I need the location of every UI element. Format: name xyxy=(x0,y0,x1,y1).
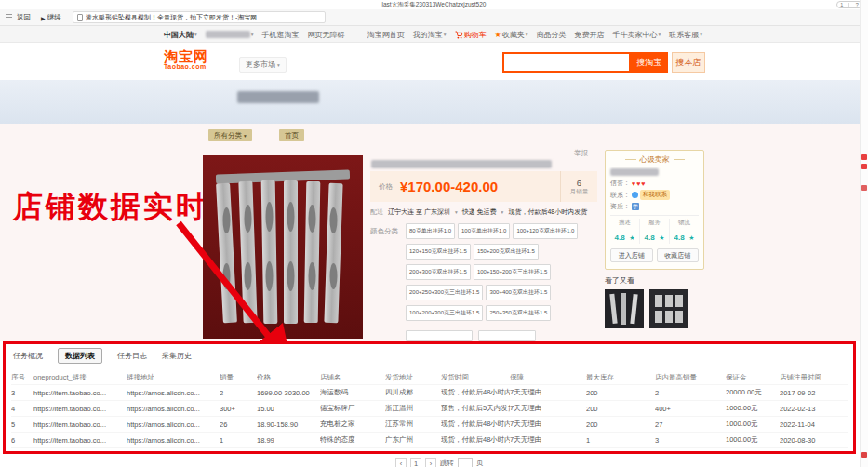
menu-icon[interactable] xyxy=(6,13,12,20)
panel-tab[interactable]: 任务概况 xyxy=(13,351,43,361)
accessibility-link[interactable]: 网页无障碍 xyxy=(308,30,345,40)
customer-service-link[interactable]: 联系客服▾ xyxy=(669,30,702,40)
stock-text: 现货，付款后48小时内发货 xyxy=(508,207,587,217)
my-taobao-link[interactable]: 我的淘宝▾ xyxy=(413,30,447,40)
search-store-button[interactable]: 搜本店 xyxy=(672,52,705,73)
jump-page-input[interactable] xyxy=(458,458,473,467)
table-cell: 现货，付款后48小时内... xyxy=(441,388,510,397)
variant-button[interactable]: 100克单出挂环1.0 xyxy=(458,223,510,239)
variant-button[interactable]: 120+150克双出挂环1.5 xyxy=(406,244,471,260)
contact-me-badge[interactable]: 和我联系 xyxy=(640,190,670,200)
panel-tabs: 任务概况数据列表任务日志采集历史 xyxy=(11,347,848,367)
table-cell: 2022-02-13 xyxy=(780,405,842,413)
save-store-button[interactable]: 收藏店铺 xyxy=(657,248,700,262)
prev-page-button[interactable]: ‹ xyxy=(395,458,407,467)
rating-item: 物流 4.8 ★ xyxy=(670,219,699,244)
window-badge[interactable]: 1 xyxy=(840,2,843,7)
variant-button[interactable]: 200+300克双出挂环1.5 xyxy=(406,264,471,280)
variant-button[interactable]: 80克单出挂环1.0 xyxy=(406,223,455,239)
favorites-link[interactable]: ★ 收藏夹▾ xyxy=(495,30,528,40)
search-input[interactable] xyxy=(502,52,631,73)
panel-tab[interactable]: 任务日志 xyxy=(117,351,147,361)
continue-button[interactable]: ▶ 继续 xyxy=(41,13,61,22)
rating-value: 4.8 xyxy=(615,234,625,242)
variant-button[interactable]: 100+150+200克三出挂环1.5 xyxy=(474,264,551,280)
table-cell: https://amos.alicdn.co... xyxy=(127,405,220,413)
table-column-header: 保证金 xyxy=(726,373,780,382)
panel-tab[interactable]: 采集历史 xyxy=(162,351,192,361)
table-column-header: oneproduct_链接 xyxy=(33,373,127,382)
search-taobao-button[interactable]: 搜淘宝 xyxy=(631,52,668,73)
variant-button-clipped[interactable] xyxy=(478,330,536,341)
table-cell: 现货，付款后48小时内... xyxy=(441,435,510,445)
table-row[interactable]: 4https://item.taobao.co...https://amos.a… xyxy=(11,400,848,416)
shipping-option[interactable]: 快递 免运费 xyxy=(462,207,497,217)
table-cell: 1699.00-3030.00 xyxy=(257,389,320,397)
variant-button[interactable]: 250+350克双出挂环1.5 xyxy=(486,305,551,321)
table-cell: 江苏常州 xyxy=(385,420,441,429)
table-cell: 200 xyxy=(586,405,655,413)
table-column-header: 保障 xyxy=(510,373,586,382)
variant-button[interactable]: 300+400克双出挂环1.5 xyxy=(486,285,551,300)
browser-tab[interactable]: 潜水艇形铅坠模具模制！全量现货，拍下立即发货！-淘宝网 xyxy=(73,11,326,23)
table-cell: 15.00 xyxy=(257,405,320,413)
also-viewed-thumbnail[interactable] xyxy=(649,289,688,328)
table-cell: 4 xyxy=(11,405,33,413)
region-selector[interactable]: 中国大陆▾ xyxy=(164,30,197,40)
enter-store-button[interactable]: 进入店铺 xyxy=(610,248,653,262)
contact-row: 联系： 和我联系 xyxy=(610,190,699,200)
table-cell: 德宝标牌厂 xyxy=(320,404,385,413)
table-cell: 预售，付款后5天内发货 xyxy=(441,404,510,413)
product-image[interactable] xyxy=(203,155,363,339)
cart-icon xyxy=(455,31,463,39)
sidebar-icon[interactable] xyxy=(861,154,867,160)
taobao-home-link[interactable]: 淘宝网首页 xyxy=(367,30,405,40)
more-markets-button[interactable]: 更多市场▾ xyxy=(239,57,287,73)
cart-link[interactable]: 购物车 xyxy=(455,30,487,40)
panel-tab[interactable]: 数据列表 xyxy=(58,348,102,364)
chevron-down-icon: ▾ xyxy=(277,62,280,68)
sidebar-icon[interactable] xyxy=(861,164,867,169)
delivery-route[interactable]: 辽宁大连 至 广东深圳 xyxy=(388,207,450,217)
open-shop-link[interactable]: 免费开店 xyxy=(574,30,604,40)
table-row[interactable]: 3https://item.taobao.co...https://amos.a… xyxy=(11,384,848,400)
store-home-button[interactable]: 首页 xyxy=(279,129,304,141)
table-cell: 6 xyxy=(11,436,33,445)
chevron-down-icon: ▾ xyxy=(251,32,254,37)
seller-center-link[interactable]: 千牛卖家中心▾ xyxy=(612,30,661,40)
variant-button-clipped[interactable] xyxy=(406,330,473,341)
next-page-button[interactable]: › xyxy=(425,458,436,467)
account-name-blurred[interactable]: ▾ xyxy=(206,31,254,38)
taobao-logo[interactable]: 淘宝网 Taobao.com xyxy=(164,49,208,70)
back-button[interactable]: 返回 xyxy=(17,13,31,22)
play-icon: ▶ xyxy=(41,15,46,21)
table-row[interactable]: 7https://item.taobao.co... xyxy=(11,447,848,454)
credit-label: 信誉： xyxy=(610,179,630,188)
variant-button[interactable]: 100+120克双出挂环1.0 xyxy=(513,223,578,239)
window-controls-divider xyxy=(848,3,849,7)
price-value: ¥170.00-420.00 xyxy=(400,179,560,194)
also-viewed-thumbs xyxy=(605,289,704,328)
variant-button[interactable]: 100+200+300克三出挂环1.5 xyxy=(406,305,483,321)
page-number[interactable]: 1 xyxy=(410,458,421,467)
right-sidebar xyxy=(860,0,868,467)
variant-button[interactable]: 200+250+300克三出挂环1.5 xyxy=(406,285,483,300)
help-button[interactable]: ? xyxy=(856,2,859,7)
table-row[interactable]: 5https://item.taobao.co...https://amos.a… xyxy=(11,416,848,432)
sidebar-icon[interactable] xyxy=(861,185,867,191)
table-column-header: 链接地址 xyxy=(127,373,220,382)
mobile-taobao-link[interactable]: 手机逛淘宝 xyxy=(262,30,300,40)
all-categories-button[interactable]: 所有分类▾ xyxy=(208,129,252,141)
categories-link[interactable]: 商品分类 xyxy=(536,30,566,40)
star-icon: ★ xyxy=(688,234,694,241)
table-row[interactable]: 6https://item.taobao.co...https://amos.a… xyxy=(11,432,848,447)
table-cell: 1000.00元 xyxy=(726,420,780,429)
main-content: 所有分类▾ 首页 举报 店铺数据实时采集 xyxy=(0,124,860,341)
sidebar-icon[interactable] xyxy=(861,452,867,458)
report-link[interactable]: 举报 xyxy=(574,149,588,158)
table-cell: 20000.00元 xyxy=(726,388,780,397)
variant-button[interactable]: 150+200克双出挂环1.5 xyxy=(474,244,539,260)
store-banner xyxy=(0,80,868,124)
table-cell: https://amos.alicdn.co... xyxy=(127,436,220,445)
also-viewed-thumbnail[interactable] xyxy=(605,289,644,328)
